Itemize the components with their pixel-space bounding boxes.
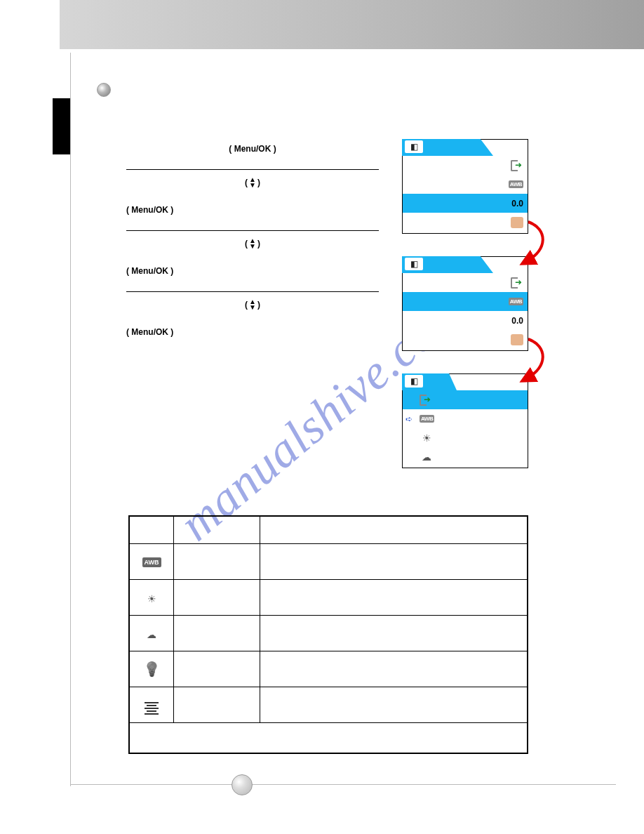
updown-icon: ▲▼ — [249, 177, 256, 188]
cell-desc-bulb — [260, 651, 528, 687]
menu-tab: ◧ — [402, 139, 493, 156]
cell-desc-cloud — [260, 616, 528, 651]
cell-name-sun — [174, 580, 260, 616]
step-2-left: ( Menu/OK ) — [126, 188, 379, 215]
chapter-side-tab — [53, 98, 70, 154]
table-row-cloud — [129, 616, 528, 651]
margin-line-bottom — [70, 784, 616, 785]
menu-row-exit — [403, 156, 528, 175]
step-3: (▲▼) ( Menu/OK ) — [126, 231, 379, 292]
menu-tab: ◧ — [402, 373, 457, 390]
awb-icon: AWB — [420, 415, 434, 423]
cell-desc-fluor — [260, 687, 528, 723]
cell-name-bulb — [174, 651, 260, 687]
cell-icon-awb: AWB — [129, 544, 174, 580]
cell-name-cloud — [174, 616, 260, 651]
table-footer-row — [129, 723, 528, 754]
section-bullet — [97, 83, 111, 97]
menu-row-cloud — [403, 447, 528, 466]
mode-icon: ◧ — [405, 375, 423, 388]
step-4: (▲▼) ( Menu/OK ) — [126, 292, 379, 352]
cell-name-awb — [174, 544, 260, 580]
table-row-bulb — [129, 651, 528, 687]
step-1-label: ( Menu/OK ) — [126, 144, 379, 154]
cell-icon-sun — [129, 580, 174, 616]
camera-menu-column: ◧ AWB 0.0 ◧ AWB 0.0 ◧ — [402, 139, 528, 491]
cloud-icon — [147, 626, 156, 642]
table-row-awb: AWB — [129, 544, 528, 580]
menu-row-exit — [403, 273, 528, 292]
awb-icon: AWB — [509, 180, 523, 188]
menu-row-sun — [403, 428, 528, 447]
page-pearl-icon — [232, 774, 253, 795]
cell-name-fluor — [174, 687, 260, 723]
col-head-icon — [129, 516, 174, 544]
cell-desc-awb — [260, 544, 528, 580]
exit-icon — [511, 277, 523, 289]
fluorescent-icon — [145, 702, 159, 715]
table-row-sun — [129, 580, 528, 616]
menu-row-awb: AWB — [403, 175, 528, 194]
cell-icon-cloud — [129, 616, 174, 651]
step-2-center: (▲▼) — [126, 177, 379, 188]
table-row-fluor — [129, 687, 528, 723]
exposure-value: 0.0 — [511, 199, 523, 208]
menu-row-exposure: 0.0 — [403, 194, 528, 213]
cell-icon-bulb — [129, 651, 174, 687]
table-header-row — [129, 516, 528, 544]
menu-row-exit-highlight — [403, 390, 528, 409]
exposure-value: 0.0 — [511, 316, 523, 326]
page-header-gradient — [60, 0, 644, 49]
step-2: (▲▼) ( Menu/OK ) — [126, 170, 379, 231]
step-4-left: ( Menu/OK ) — [126, 310, 379, 337]
col-head-name — [174, 516, 260, 544]
cell-icon-fluor — [129, 687, 174, 723]
cell-desc-sun — [260, 580, 528, 616]
camera-menu-2: ◧ AWB 0.0 — [402, 256, 528, 351]
camera-menu-3: ◧ ➪ AWB — [402, 373, 528, 468]
margin-line-left — [70, 53, 71, 786]
menu-row-awb: ➪ AWB — [403, 409, 528, 428]
manual-page: manualshive.com ( Menu/OK ) (▲▼) ( Menu/… — [0, 0, 644, 834]
steps-list: ( Menu/OK ) (▲▼) ( Menu/OK ) (▲▼) ( Menu… — [126, 137, 379, 352]
bulb-icon — [143, 661, 161, 677]
step-3-left: ( Menu/OK ) — [126, 249, 379, 276]
updown-icon: ▲▼ — [249, 238, 256, 249]
sun-icon — [420, 432, 434, 444]
updown-icon: ▲▼ — [249, 299, 256, 310]
exit-icon — [420, 395, 432, 406]
mode-icon: ◧ — [405, 258, 423, 270]
white-balance-table: AWB — [128, 515, 528, 754]
table-footer-cell — [129, 723, 528, 754]
step-1: ( Menu/OK ) — [126, 137, 379, 170]
step-3-center: (▲▼) — [126, 238, 379, 249]
camera-menu-1: ◧ AWB 0.0 — [402, 139, 528, 234]
col-head-desc — [260, 516, 528, 544]
menu-tab: ◧ — [402, 256, 493, 273]
cloud-icon — [420, 451, 434, 463]
menu-row-awb-highlight: AWB — [403, 292, 528, 311]
selection-arrow-icon: ➪ — [405, 414, 412, 424]
awb-icon: AWB — [509, 298, 523, 305]
flow-arrow-2 — [507, 339, 549, 381]
flow-arrow-1 — [507, 222, 549, 264]
sun-icon — [147, 590, 156, 606]
menu-row-exposure: 0.0 — [403, 311, 528, 330]
step-4-center: (▲▼) — [126, 299, 379, 310]
mode-icon: ◧ — [405, 140, 423, 153]
exit-icon — [511, 160, 523, 171]
